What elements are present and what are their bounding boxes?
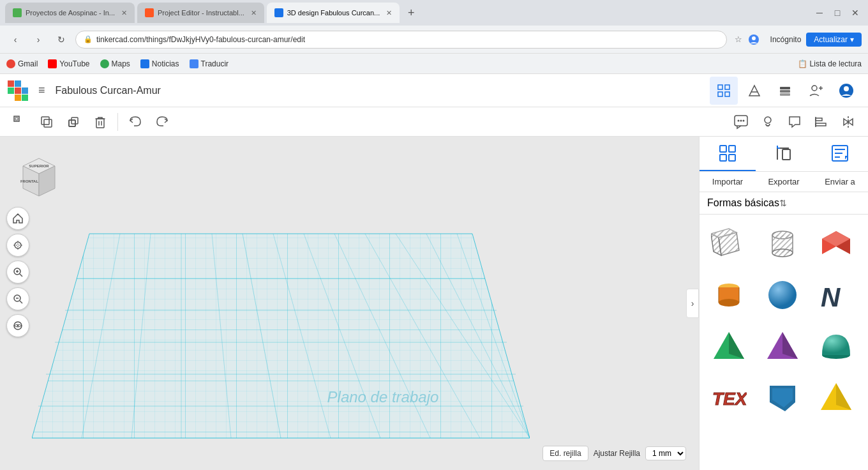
shape-item-halfsphere[interactable] xyxy=(812,322,860,370)
bookmark-star-icon[interactable]: ☆ xyxy=(732,33,745,46)
export-button[interactable]: Exportar xyxy=(756,172,812,192)
shape-striped-cylinder-icon xyxy=(765,226,800,262)
new-shape-button[interactable] xyxy=(8,110,32,134)
tab-3-close[interactable]: ✕ xyxy=(386,9,392,17)
zoom-out-button[interactable] xyxy=(6,287,29,310)
reading-list-label: Lista de lectura xyxy=(810,59,862,68)
zoom-in-button[interactable] xyxy=(6,261,29,284)
tinkercad-logo[interactable] xyxy=(8,80,28,101)
layers-button[interactable] xyxy=(771,77,799,105)
canvas-area[interactable]: SUPERIOR FRONTAL xyxy=(0,137,699,470)
back-button[interactable]: ‹ xyxy=(6,31,24,49)
view-cube[interactable]: SUPERIOR FRONTAL xyxy=(10,147,68,204)
fit-view-button[interactable] xyxy=(6,234,29,257)
toolbar-right xyxy=(710,77,860,105)
add-user-icon xyxy=(808,83,823,98)
duplicate-button[interactable] xyxy=(61,110,86,134)
align-button[interactable] xyxy=(809,110,834,134)
bookmark-maps-label: Maps xyxy=(112,59,130,68)
tinkercad-app: ≡ Fabulous Curcan-Amur xyxy=(0,74,868,470)
zoom-out-icon xyxy=(12,293,24,305)
tab-1-close[interactable]: ✕ xyxy=(121,9,127,17)
svg-rect-19 xyxy=(96,119,104,128)
svg-rect-7 xyxy=(780,90,790,93)
align-icon xyxy=(814,114,829,130)
address-icons: ☆ xyxy=(732,33,760,46)
mirror-button[interactable] xyxy=(836,110,860,134)
address-input[interactable]: 🔒 tinkercad.com/things/fDwJkjyHVy0-fabul… xyxy=(75,31,727,49)
shape-item-striped-cylinder[interactable] xyxy=(758,220,807,268)
shape-item-green-pyramid[interactable] xyxy=(705,322,753,370)
rejilla-select[interactable]: 1 mm 2 mm 5 mm xyxy=(645,446,686,460)
bookmark-noticias[interactable]: Noticias xyxy=(140,59,179,68)
svg-text:SUPERIOR: SUPERIOR xyxy=(29,164,49,168)
shape-pentagon-icon xyxy=(765,379,800,415)
minimize-button[interactable]: ─ xyxy=(812,5,827,20)
reading-list[interactable]: 📋 Lista de lectura xyxy=(798,59,862,68)
send-button[interactable]: Enviar a xyxy=(812,172,868,192)
build-button[interactable] xyxy=(740,77,768,105)
home-view-button[interactable] xyxy=(6,207,29,230)
view-cube-svg: SUPERIOR FRONTAL xyxy=(10,147,68,204)
svg-rect-18 xyxy=(69,120,75,126)
svg-rect-16 xyxy=(69,120,75,126)
shape-item-pentagon-arrow[interactable] xyxy=(758,373,807,421)
tab-1[interactable]: Proyectos de Aospinac - In... ✕ xyxy=(5,3,135,23)
comment-button[interactable] xyxy=(782,110,807,134)
panel-collapse-button[interactable]: › xyxy=(686,289,699,318)
bookmarks-bar: Gmail YouTube Maps Noticias Traducir 📋 L… xyxy=(0,54,868,74)
svg-point-85 xyxy=(768,281,797,309)
bookmark-maps[interactable]: Maps xyxy=(100,59,130,68)
tab-3[interactable]: 3D design Fabulous Curcan... ✕ xyxy=(267,3,400,23)
shape-item-text[interactable]: TEXT xyxy=(705,373,753,421)
profile-icon[interactable] xyxy=(747,33,760,46)
logo-cell-6 xyxy=(22,87,28,94)
speech-bubble-button[interactable] xyxy=(729,110,753,134)
shape-item-purple-pyramid[interactable] xyxy=(758,322,807,370)
forward-button[interactable]: › xyxy=(29,31,47,49)
shape-category-selector[interactable]: Formas básicas ⇅ xyxy=(700,192,868,215)
bookmark-gmail[interactable]: Gmail xyxy=(6,59,38,68)
bookmark-traducir[interactable]: Traducir xyxy=(190,59,229,68)
add-user-button[interactable] xyxy=(802,77,830,105)
shape-purple-pyramid-icon xyxy=(765,328,800,364)
profile-button[interactable] xyxy=(832,77,860,105)
lightbulb-button[interactable] xyxy=(756,110,780,134)
maximize-button[interactable]: □ xyxy=(830,5,845,20)
bookmark-youtube[interactable]: YouTube xyxy=(48,59,89,68)
svg-point-82 xyxy=(719,299,739,307)
delete-button[interactable] xyxy=(88,110,112,134)
import-button[interactable]: Importar xyxy=(700,172,756,192)
reload-button[interactable]: ↻ xyxy=(52,31,70,49)
panel-grid-button[interactable] xyxy=(700,137,756,171)
bottom-bar: Ed. rejilla Ajustar Rejilla 1 mm 2 mm 5 … xyxy=(542,446,686,461)
new-tab-button[interactable]: + xyxy=(402,4,420,22)
svg-point-21 xyxy=(738,119,740,121)
panel-corner-button[interactable] xyxy=(756,137,812,171)
shape-item-sphere[interactable] xyxy=(758,271,807,319)
shape-item-scribble[interactable]: N xyxy=(812,271,860,319)
svg-marker-39 xyxy=(32,234,530,438)
panel-notes-button[interactable] xyxy=(812,137,868,171)
collapse-chevron-icon: › xyxy=(691,298,694,308)
hamburger-menu-icon[interactable]: ≡ xyxy=(38,84,45,97)
tab-2[interactable]: Project Editor - Instructabl... ✕ xyxy=(137,3,264,23)
address-text: tinkercad.com/things/fDwJkjyHVy0-fabulou… xyxy=(96,35,305,44)
grid-icon xyxy=(716,83,731,98)
shape-item-yellow-pyramid[interactable] xyxy=(812,373,860,421)
shape-item-cylinder[interactable] xyxy=(705,271,753,319)
orientation-button[interactable] xyxy=(6,314,29,337)
close-button[interactable]: ✕ xyxy=(848,5,863,20)
tab-2-close[interactable]: ✕ xyxy=(251,9,257,17)
ed-rejilla-button[interactable]: Ed. rejilla xyxy=(542,446,588,461)
redo-button[interactable] xyxy=(150,110,174,134)
svg-point-9 xyxy=(812,86,817,91)
shape-item-striped-box[interactable] xyxy=(705,220,753,268)
svg-rect-3 xyxy=(725,85,730,89)
copy-button[interactable] xyxy=(34,110,59,134)
update-button[interactable]: Actualizar ▾ xyxy=(806,33,862,47)
undo-button[interactable] xyxy=(123,110,147,134)
shape-item-red-box[interactable] xyxy=(812,220,860,268)
grid-view-button[interactable] xyxy=(710,77,738,105)
svg-point-23 xyxy=(743,119,745,121)
